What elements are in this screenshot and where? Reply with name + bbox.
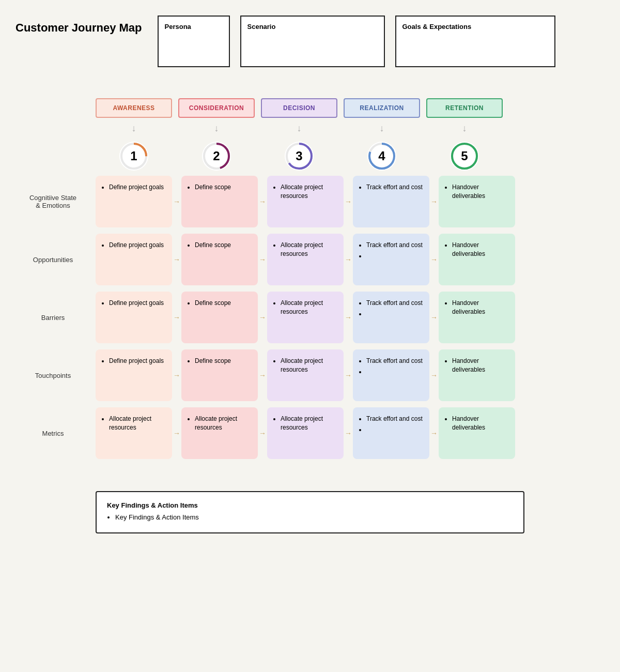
label-opportunities: Opportunities [10, 234, 96, 285]
main-grid: AWARENESS CONSIDERATION DECISION REALIZA… [10, 88, 610, 476]
list-item: Handover deliverables [452, 357, 509, 374]
arrow-right-opp-4: → [429, 255, 439, 264]
list-item [366, 368, 423, 376]
cell-cognitive-retention: Handover deliverables [439, 176, 515, 227]
circle-5-number: 5 [461, 149, 468, 163]
arrow-right-tp-1: → [172, 371, 181, 379]
list-item: Track effort and cost [366, 299, 423, 308]
arrow-3: ↓ [261, 123, 337, 134]
arrow-2: ↓ [178, 123, 255, 134]
arrow-4: ↓ [344, 123, 420, 134]
arrow-right-bar-4: → [429, 313, 439, 322]
cell-bar-decision: Allocate project resources [267, 292, 344, 343]
list-item: Track effort and cost [366, 415, 423, 423]
key-findings-section: Key Findings & Action Items Key Findings… [96, 491, 524, 533]
cell-met-awareness: Allocate project resources [96, 407, 172, 459]
cell-cognitive-consideration: Define scope [181, 176, 258, 227]
arrow-right-met-4: → [429, 429, 439, 437]
cell-opp-awareness: Define project goals [96, 234, 172, 285]
persona-label: Persona [165, 23, 191, 30]
arrow-right-tp-3: → [344, 371, 353, 379]
cell-opp-decision: Allocate project resources [267, 234, 344, 285]
stages-header-row: AWARENESS CONSIDERATION DECISION REALIZA… [96, 98, 610, 118]
circle-indicator-1: 1 [96, 142, 172, 171]
list-item: Track effort and cost [366, 241, 423, 250]
page-title: Customer Journey Map [10, 16, 147, 41]
arrow-5: ↓ [426, 123, 503, 134]
row-cognitive: Cognitiive State& Emotions Define projec… [10, 176, 610, 227]
key-findings-item: Key Findings & Action Items [115, 513, 513, 521]
list-item: Handover deliverables [452, 183, 509, 201]
arrow-right-2: → [258, 197, 267, 206]
cell-cognitive-awareness: Define project goals [96, 176, 172, 227]
list-item: Define project goals [109, 241, 166, 250]
circle-indicator-2: 2 [178, 142, 255, 171]
arrow-right-bar-1: → [172, 313, 181, 322]
list-item: Allocate project resources [281, 415, 337, 432]
cell-tp-realization: Track effort and cost [353, 349, 429, 401]
list-item: Track effort and cost [366, 183, 423, 192]
label-cognitive: Cognitiive State& Emotions [10, 176, 96, 227]
circle-3-number: 3 [296, 149, 302, 163]
arrow-right-tp-2: → [258, 371, 267, 379]
arrow-right-3: → [344, 197, 353, 206]
list-item: Define project goals [109, 183, 166, 192]
list-item: Allocate project resources [195, 415, 252, 432]
cell-opp-consideration: Define scope [181, 234, 258, 285]
label-touchpoints: Touchpoints [10, 349, 96, 401]
stage-decision: DECISION [261, 98, 337, 118]
goals-card: Goals & Expectations [395, 16, 555, 67]
list-item: Define project goals [109, 357, 166, 365]
circle-3: 3 [285, 142, 314, 171]
list-item: Allocate project resources [281, 241, 337, 258]
circle-2: 2 [202, 142, 231, 171]
cell-met-decision: Allocate project resources [267, 407, 344, 459]
circle-1-number: 1 [130, 149, 137, 163]
cell-opp-realization: Track effort and cost [353, 234, 429, 285]
list-item: Handover deliverables [452, 241, 509, 258]
circle-4-number: 4 [378, 149, 385, 163]
arrows-row: ↓ ↓ ↓ ↓ ↓ [96, 123, 610, 134]
circles-row: 1 2 3 [96, 142, 610, 171]
header-section: Customer Journey Map Persona Scenario Go… [10, 10, 610, 72]
list-item: Define scope [195, 299, 252, 308]
arrow-right-opp-3: → [344, 255, 353, 264]
circle-4: 4 [367, 142, 396, 171]
key-findings-title: Key Findings & Action Items [107, 501, 513, 509]
circle-1: 1 [119, 142, 148, 171]
list-item: Define project goals [109, 299, 166, 308]
list-item: Track effort and cost [366, 357, 423, 365]
stage-consideration: CONSIDERATION [178, 98, 255, 118]
row-metrics: Metrics Allocate project resources → All… [10, 407, 610, 459]
stage-realization: REALIZATION [344, 98, 420, 118]
list-item: Allocate project resources [281, 183, 337, 201]
cell-tp-awareness: Define project goals [96, 349, 172, 401]
cell-tp-decision: Allocate project resources [267, 349, 344, 401]
arrow-right-met-2: → [258, 429, 267, 437]
cell-met-consideration: Allocate project resources [181, 407, 258, 459]
cells-opportunities: Define project goals → Define scope → Al… [96, 234, 610, 285]
row-touchpoints: Touchpoints Define project goals → Defin… [10, 349, 610, 401]
list-item [366, 310, 423, 318]
cell-met-realization: Track effort and cost [353, 407, 429, 459]
list-item: Allocate project resources [281, 357, 337, 374]
arrow-right-met-3: → [344, 429, 353, 437]
stage-retention: RETENTION [426, 98, 503, 118]
circle-indicator-5: 5 [426, 142, 503, 171]
goals-label: Goals & Expectations [402, 23, 472, 30]
cell-bar-consideration: Define scope [181, 292, 258, 343]
cells-barriers: Define project goals → Define scope → Al… [96, 292, 610, 343]
circle-indicator-3: 3 [261, 142, 337, 171]
cell-bar-retention: Handover deliverables [439, 292, 515, 343]
row-opportunities: Opportunities Define project goals → Def… [10, 234, 610, 285]
circle-5: 5 [450, 142, 479, 171]
arrow-1: ↓ [96, 123, 172, 134]
arrow-right-1: → [172, 197, 181, 206]
list-item: Define scope [195, 183, 252, 192]
row-barriers: Barriers Define project goals → Define s… [10, 292, 610, 343]
cell-met-retention: Handover deliverables [439, 407, 515, 459]
cell-tp-consideration: Define scope [181, 349, 258, 401]
cells-metrics: Allocate project resources → Allocate pr… [96, 407, 610, 459]
scenario-label: Scenario [247, 23, 276, 30]
list-item: Define scope [195, 357, 252, 365]
